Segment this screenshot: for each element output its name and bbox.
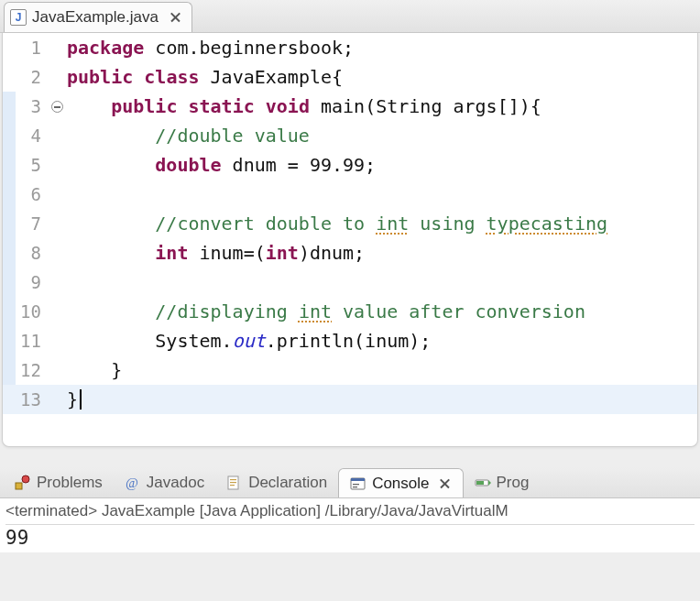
fold-gutter xyxy=(3,92,16,121)
code-text[interactable] xyxy=(67,180,697,209)
console-icon xyxy=(350,475,366,492)
fold-gutter xyxy=(3,150,16,180)
code-line[interactable]: 1package com.beginnersbook; xyxy=(3,33,697,62)
fold-gutter xyxy=(3,209,16,238)
code-line[interactable]: 12 } xyxy=(3,355,697,385)
code-text[interactable]: //double value xyxy=(67,121,697,150)
marker-gutter[interactable] xyxy=(47,92,67,121)
tab-label: Prog xyxy=(497,474,530,492)
code-text[interactable]: public class JavaExample{ xyxy=(67,62,697,92)
line-number: 2 xyxy=(16,62,47,92)
code-line[interactable]: 7 //convert double to int using typecast… xyxy=(3,209,697,238)
problems-icon xyxy=(15,475,31,491)
svg-rect-5 xyxy=(230,482,236,483)
code-line[interactable]: 4 //double value xyxy=(3,121,697,150)
tab-progress[interactable]: Prog xyxy=(464,468,541,497)
tab-label: Declaration xyxy=(248,474,327,492)
declaration-icon xyxy=(226,475,243,491)
collapse-icon[interactable] xyxy=(51,101,63,113)
line-number: 8 xyxy=(16,238,47,268)
fold-gutter xyxy=(3,297,16,326)
svg-rect-10 xyxy=(353,486,357,487)
close-icon[interactable] xyxy=(439,477,452,490)
panel-tab-bar: Problems @ Javadoc Declaration Console P… xyxy=(0,467,700,498)
line-number: 12 xyxy=(16,355,47,385)
code-text[interactable]: } xyxy=(67,355,697,385)
fold-gutter xyxy=(3,62,16,92)
tab-problems[interactable]: Problems xyxy=(4,468,114,497)
tab-label: Problems xyxy=(37,474,103,492)
tab-label: Console xyxy=(372,475,429,493)
svg-rect-6 xyxy=(230,485,235,486)
line-number: 7 xyxy=(16,209,47,238)
code-line[interactable]: 9 xyxy=(3,268,697,297)
marker-gutter[interactable] xyxy=(47,121,67,150)
marker-gutter[interactable] xyxy=(47,238,67,268)
javadoc-icon: @ xyxy=(125,475,141,491)
java-file-icon: J xyxy=(10,9,27,26)
svg-rect-4 xyxy=(230,479,236,480)
svg-marker-13 xyxy=(488,480,491,486)
code-text[interactable]: package com.beginnersbook; xyxy=(67,33,697,62)
tab-declaration[interactable]: Declaration xyxy=(215,468,338,497)
code-text[interactable]: System.out.println(inum); xyxy=(67,326,697,355)
code-line[interactable]: 13} xyxy=(3,385,697,414)
marker-gutter[interactable] xyxy=(47,326,67,355)
marker-gutter[interactable] xyxy=(47,268,67,297)
code-text[interactable] xyxy=(67,268,697,297)
bottom-panel: Problems @ Javadoc Declaration Console P… xyxy=(0,467,700,552)
code-editor[interactable]: 1package com.beginnersbook;2public class… xyxy=(2,33,698,447)
fold-gutter xyxy=(3,268,16,297)
svg-rect-8 xyxy=(351,478,365,481)
marker-gutter[interactable] xyxy=(47,355,67,385)
editor-tab[interactable]: J JavaExample.java xyxy=(4,2,192,32)
svg-rect-12 xyxy=(476,481,484,485)
fold-gutter xyxy=(3,385,16,414)
line-number: 13 xyxy=(16,385,47,414)
tab-label: Javadoc xyxy=(147,474,204,492)
marker-gutter[interactable] xyxy=(47,150,67,180)
line-number: 4 xyxy=(16,121,47,150)
console-body: <terminated> JavaExample [Java Applicati… xyxy=(0,498,700,552)
marker-gutter[interactable] xyxy=(47,297,67,326)
code-line[interactable]: 3 public static void main(String args[])… xyxy=(3,92,697,121)
line-number: 3 xyxy=(16,92,47,121)
line-number: 11 xyxy=(16,326,47,355)
fold-gutter xyxy=(3,180,16,209)
svg-point-1 xyxy=(22,475,29,483)
line-number: 5 xyxy=(16,150,47,180)
code-text[interactable]: int inum=(int)dnum; xyxy=(67,238,697,268)
console-status: <terminated> JavaExample [Java Applicati… xyxy=(5,502,695,525)
svg-rect-0 xyxy=(16,483,22,489)
console-output: 99 xyxy=(5,527,695,549)
code-line[interactable]: 10 //displaying int value after conversi… xyxy=(3,297,697,326)
tab-javadoc[interactable]: @ Javadoc xyxy=(114,468,215,497)
marker-gutter[interactable] xyxy=(47,180,67,209)
marker-gutter[interactable] xyxy=(47,62,67,92)
code-text[interactable]: //convert double to int using typecastin… xyxy=(67,209,697,238)
line-number: 1 xyxy=(16,33,47,62)
line-number: 10 xyxy=(16,297,47,326)
marker-gutter[interactable] xyxy=(47,209,67,238)
code-line[interactable]: 6 xyxy=(3,180,697,209)
code-text[interactable]: public static void main(String args[]){ xyxy=(67,92,697,121)
code-line[interactable]: 8 int inum=(int)dnum; xyxy=(3,238,697,268)
progress-icon xyxy=(475,475,491,491)
fold-gutter xyxy=(3,33,16,62)
marker-gutter[interactable] xyxy=(47,33,67,62)
tab-console[interactable]: Console xyxy=(338,468,463,497)
line-number: 9 xyxy=(16,268,47,297)
marker-gutter[interactable] xyxy=(47,385,67,414)
svg-text:@: @ xyxy=(126,475,138,490)
code-line[interactable]: 5 double dnum = 99.99; xyxy=(3,150,697,180)
code-line[interactable]: 2public class JavaExample{ xyxy=(3,62,697,92)
close-icon[interactable] xyxy=(170,11,182,24)
fold-gutter xyxy=(3,326,16,355)
line-number: 6 xyxy=(16,180,47,209)
fold-gutter xyxy=(3,238,16,268)
code-text[interactable]: //displaying int value after conversion xyxy=(67,297,697,326)
code-line[interactable]: 11 System.out.println(inum); xyxy=(3,326,697,355)
svg-rect-9 xyxy=(353,484,359,485)
code-text[interactable]: double dnum = 99.99; xyxy=(67,150,697,180)
code-text[interactable]: } xyxy=(67,385,697,414)
